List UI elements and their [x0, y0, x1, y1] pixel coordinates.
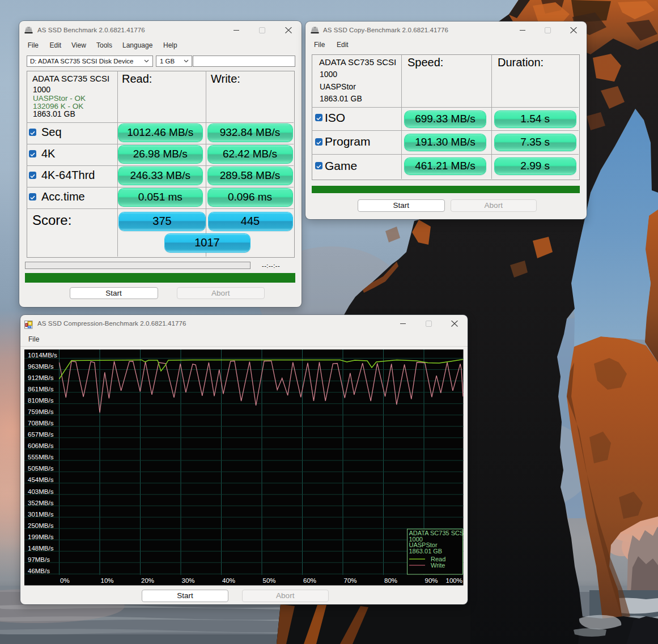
svg-text:454MB/s: 454MB/s	[28, 476, 54, 483]
svg-text:403MB/s: 403MB/s	[28, 488, 54, 495]
svg-text:97MB/s: 97MB/s	[28, 556, 50, 563]
svg-text:657MB/s: 657MB/s	[28, 431, 54, 438]
svg-text:759MB/s: 759MB/s	[28, 408, 54, 415]
svg-text:1014MB/s: 1014MB/s	[28, 352, 57, 359]
svg-text:1863.01 GB: 1863.01 GB	[409, 548, 443, 555]
svg-text:250MB/s: 250MB/s	[28, 522, 54, 529]
svg-text:46MB/s: 46MB/s	[28, 568, 50, 574]
svg-text:10%: 10%	[101, 577, 114, 584]
svg-text:505MB/s: 505MB/s	[28, 465, 54, 472]
svg-text:810MB/s: 810MB/s	[28, 397, 54, 404]
svg-text:352MB/s: 352MB/s	[28, 500, 54, 506]
svg-text:963MB/s: 963MB/s	[28, 363, 54, 370]
svg-text:80%: 80%	[384, 577, 397, 584]
svg-text:90%: 90%	[425, 577, 438, 584]
svg-text:861MB/s: 861MB/s	[28, 386, 54, 393]
svg-text:60%: 60%	[303, 577, 316, 584]
svg-text:70%: 70%	[344, 577, 357, 584]
svg-text:0%: 0%	[60, 577, 70, 584]
svg-text:148MB/s: 148MB/s	[28, 545, 54, 552]
svg-text:708MB/s: 708MB/s	[28, 420, 54, 427]
svg-text:199MB/s: 199MB/s	[28, 534, 54, 540]
svg-text:301MB/s: 301MB/s	[28, 511, 54, 518]
svg-text:30%: 30%	[182, 577, 195, 584]
svg-text:50%: 50%	[263, 577, 276, 584]
svg-text:555MB/s: 555MB/s	[28, 454, 54, 460]
svg-text:606MB/s: 606MB/s	[28, 442, 54, 449]
svg-text:40%: 40%	[222, 577, 235, 584]
svg-text:100%: 100%	[446, 577, 462, 584]
svg-text:Write: Write	[431, 562, 445, 569]
svg-text:912MB/s: 912MB/s	[28, 374, 54, 381]
svg-text:20%: 20%	[141, 577, 154, 584]
